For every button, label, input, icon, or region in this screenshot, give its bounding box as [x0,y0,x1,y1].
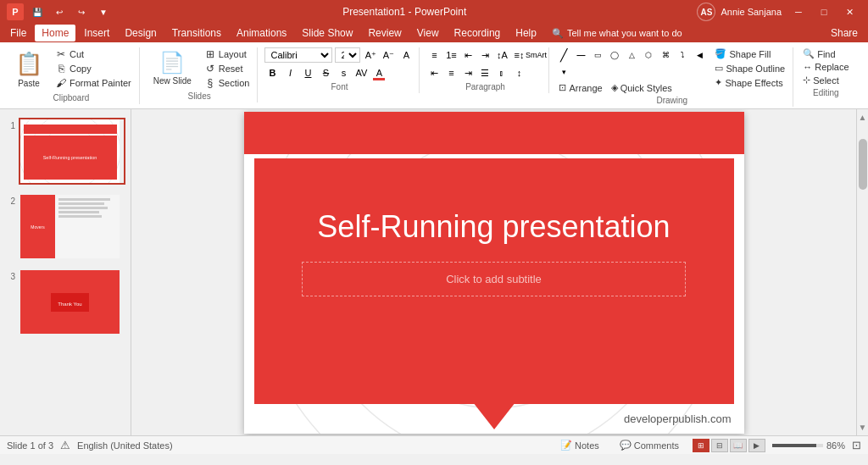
comments-button[interactable]: 💬 Comments [613,439,686,451]
new-slide-button[interactable]: 📄 New Slide [147,47,198,89]
strikethrough-button[interactable]: S [318,65,333,80]
numbering-button[interactable]: 1≡ [443,47,459,63]
menu-slideshow[interactable]: Slide Show [295,25,359,42]
char-spacing-button[interactable]: AV [353,65,369,80]
zoom-level: 86% [826,440,845,451]
align-text-button[interactable]: ≡↕ [511,47,526,63]
slide-thumb-2[interactable]: 2 Movers [3,191,127,262]
arrange-button[interactable]: ⊡ Arrange [556,81,604,94]
slide-sorter-button[interactable]: ⊟ [711,439,728,452]
paste-button[interactable]: 📋 Paste [8,47,49,91]
shape-fill-button[interactable]: 🪣 Shape Fill [712,47,787,60]
slide-thumb-3[interactable]: 3 Thank You [3,267,127,337]
shape-outline-button[interactable]: ▭ Shape Outline [712,62,787,75]
menu-view[interactable]: View [410,25,446,42]
font-color-button[interactable]: A [371,65,387,80]
shape-3[interactable]: ▭ [590,47,605,63]
slide-subtitle[interactable]: Click to add subtitle [446,273,542,285]
slide-top-bar [244,112,744,154]
shape-effects-button[interactable]: ✦ Shape Effects [712,76,787,89]
menu-review[interactable]: Review [361,25,408,42]
shape-1[interactable]: ╱ [556,47,571,63]
align-right-button[interactable]: ⇥ [460,65,476,80]
shape-6[interactable]: ⬡ [641,47,656,63]
column-button[interactable]: ⫾ [494,65,509,80]
share-button[interactable]: Share [824,25,865,41]
menu-file[interactable]: File [3,25,33,42]
bullets-button[interactable]: ≡ [426,47,442,63]
menu-insert[interactable]: Insert [77,25,116,42]
scroll-up-btn[interactable]: ▲ [859,113,867,122]
quick-access-save[interactable]: 💾 [29,3,46,20]
align-left-button[interactable]: ⇤ [426,65,442,80]
smartart-button[interactable]: SmArt [528,47,543,63]
find-button[interactable]: 🔍 Find [800,47,851,60]
tell-me-search[interactable]: 🔍 Tell me what you want to do [552,28,682,39]
clear-format-button[interactable]: A [398,47,414,63]
decrease-font-button[interactable]: A⁻ [381,47,396,63]
slide-title[interactable]: Self-Running presentation [317,209,670,245]
bold-button[interactable]: B [264,65,280,80]
slide-img-3[interactable]: Thank You [19,268,125,335]
right-scrollbar[interactable]: ▲ ▼ [856,109,868,435]
fit-slide-button[interactable]: ⊡ [852,439,861,451]
slide-canvas[interactable]: Self-Running presentation Click to add s… [244,112,744,434]
slide-thumb-1[interactable]: 1 Self-Running presentation [3,116,127,186]
menu-home[interactable]: Home [35,25,75,42]
slide-subtitle-box[interactable]: Click to add subtitle [302,262,686,296]
close-button[interactable]: ✕ [837,3,861,20]
maximize-button[interactable]: □ [812,3,836,20]
minimize-button[interactable]: ─ [787,3,810,20]
increase-font-button[interactable]: A⁺ [363,47,378,63]
line-spacing-button[interactable]: ↕ [511,65,526,80]
replace-button[interactable]: ↔ Replace [800,61,851,73]
slide-panel[interactable]: 1 Self-Running presentation [0,109,131,435]
format-painter-button[interactable]: 🖌 Format Painter [53,76,134,90]
quick-access-undo[interactable]: ↩ [51,3,68,20]
notes-button[interactable]: 📝 Notes [554,439,606,451]
increase-indent-button[interactable]: ⇥ [477,47,492,63]
italic-button[interactable]: I [282,65,298,80]
user-avatar[interactable]: AS [697,3,715,21]
slideshow-button[interactable]: ▶ [748,439,765,452]
zoom-area: 86% [772,440,845,451]
decrease-indent-button[interactable]: ⇤ [460,47,476,63]
shape-5[interactable]: △ [624,47,639,63]
select-button[interactable]: ⊹ Select [800,74,851,86]
font-size-select[interactable]: 28 [335,47,360,63]
zoom-slider[interactable] [772,444,823,447]
slide-main-content[interactable]: Self-Running presentation Click to add s… [254,158,734,404]
menu-animations[interactable]: Animations [230,25,293,42]
shape-more[interactable]: ▾ [556,64,571,80]
normal-view-button[interactable]: ⊞ [693,439,709,452]
justify-button[interactable]: ☰ [477,65,492,80]
scroll-down-btn[interactable]: ▼ [859,423,867,432]
cut-button[interactable]: ✂ Cut [53,47,134,61]
quick-access-redo[interactable]: ↪ [73,3,90,20]
share-label: Share [831,27,858,39]
layout-button[interactable]: ⊞ Layout [202,47,253,61]
font-family-select[interactable]: Calibri [264,47,332,63]
shape-9[interactable]: ◀ [692,47,707,63]
menu-design[interactable]: Design [118,25,163,42]
shape-2[interactable]: ─ [573,47,588,63]
shadow-button[interactable]: s [336,65,351,80]
quick-access-more[interactable]: ▼ [95,3,112,20]
scrollbar-thumb[interactable] [859,139,867,190]
shape-4[interactable]: ◯ [607,47,622,63]
shape-8[interactable]: ⤵ [675,47,690,63]
section-button[interactable]: § Section [202,76,253,90]
menu-transitions[interactable]: Transitions [165,25,228,42]
align-center-button[interactable]: ≡ [443,65,459,80]
reset-button[interactable]: ↺ Reset [202,62,253,75]
menu-help[interactable]: Help [509,25,543,42]
quick-styles-button[interactable]: ◈ Quick Styles [609,81,675,94]
underline-button[interactable]: U [300,65,315,80]
shape-7[interactable]: ⌘ [658,47,673,63]
copy-button[interactable]: ⎘ Copy [53,62,134,75]
reading-view-button[interactable]: 📖 [730,439,747,452]
slide-img-1[interactable]: Self-Running presentation [19,118,125,185]
slide-img-2[interactable]: Movers [19,193,125,260]
menu-recording[interactable]: Recording [448,25,508,42]
text-direction-button[interactable]: ↕A [494,47,509,63]
